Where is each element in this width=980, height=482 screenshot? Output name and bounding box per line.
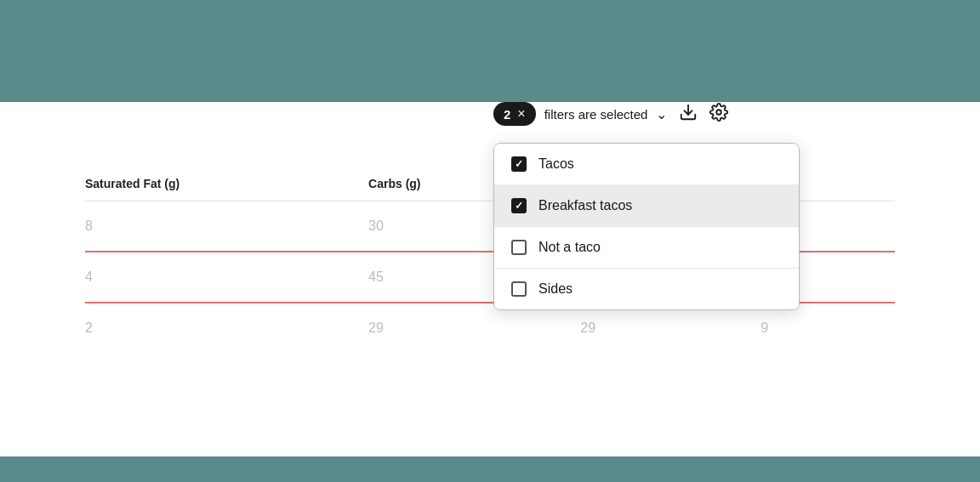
- filter-badge-close[interactable]: ×: [517, 106, 525, 122]
- svg-marker-2: [0, 456, 980, 482]
- dropdown-item-tacos[interactable]: ✓ Tacos: [494, 144, 799, 185]
- dropdown-item-not-a-taco[interactable]: Not a taco: [494, 227, 799, 269]
- checkbox-breakfast-tacos[interactable]: ✓: [511, 198, 527, 213]
- dropdown-label-sides: Sides: [538, 281, 573, 297]
- filter-badge[interactable]: 2 ×: [493, 102, 536, 126]
- col-header-saturated-fat: Saturated Fat (g): [85, 163, 343, 201]
- table-wrapper: Saturated Fat (g) Carbs (g) 8 30 4 45: [0, 163, 980, 353]
- zigzag-border: [0, 456, 980, 482]
- dropdown-label-not-a-taco: Not a taco: [538, 240, 601, 255]
- zigzag-svg: [0, 456, 980, 482]
- checkbox-sides[interactable]: [511, 281, 527, 297]
- filter-badge-number: 2: [504, 107, 510, 122]
- filter-dropdown: ✓ Tacos ✓ Breakfast tacos Not a taco Sid…: [493, 143, 800, 310]
- chevron-down-icon[interactable]: ⌄: [656, 106, 667, 122]
- checkbox-not-a-taco[interactable]: [511, 240, 527, 255]
- cell-saturated-fat-2: 4: [85, 252, 343, 303]
- dropdown-item-breakfast-tacos[interactable]: ✓ Breakfast tacos: [494, 185, 799, 227]
- settings-icon[interactable]: [709, 103, 728, 125]
- svg-point-1: [717, 110, 722, 115]
- cell-saturated-fat-3: 2: [85, 303, 343, 353]
- download-icon[interactable]: [679, 103, 698, 126]
- checkmark-breakfast-tacos: ✓: [515, 201, 523, 211]
- cell-saturated-fat-1: 8: [85, 201, 343, 252]
- checkbox-tacos[interactable]: ✓: [511, 156, 527, 172]
- filter-bar: 2 × filters are selected ⌄: [493, 102, 728, 126]
- dropdown-label-tacos: Tacos: [538, 156, 574, 172]
- checkmark-tacos: ✓: [515, 159, 523, 169]
- dropdown-item-sides[interactable]: Sides: [494, 269, 799, 309]
- filter-text: filters are selected: [544, 107, 648, 122]
- dropdown-label-breakfast-tacos: Breakfast tacos: [538, 198, 632, 213]
